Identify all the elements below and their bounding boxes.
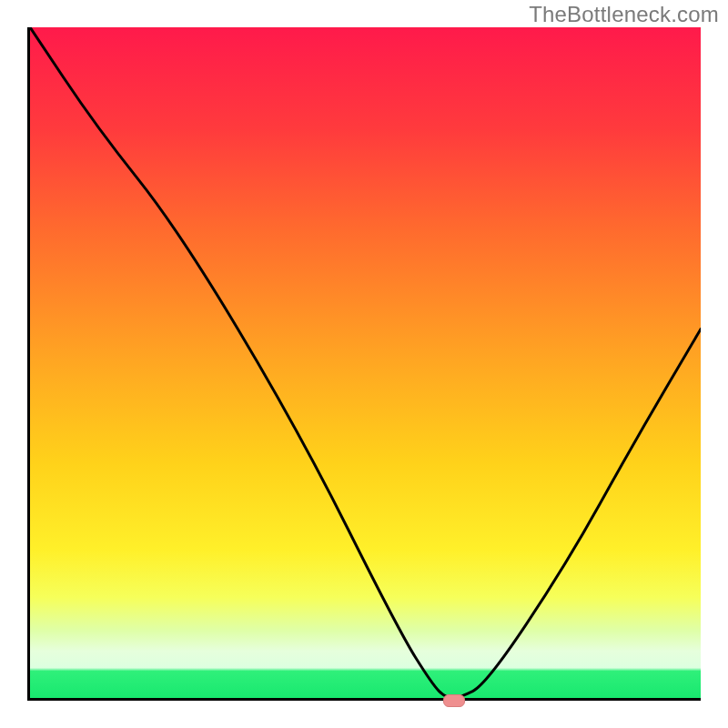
bottleneck-curve bbox=[30, 27, 701, 698]
curve-svg bbox=[30, 27, 701, 698]
bottleneck-chart: TheBottleneck.com bbox=[0, 0, 728, 728]
optimum-marker bbox=[443, 694, 465, 707]
plot-area bbox=[27, 27, 701, 701]
watermark-text: TheBottleneck.com bbox=[529, 2, 719, 27]
